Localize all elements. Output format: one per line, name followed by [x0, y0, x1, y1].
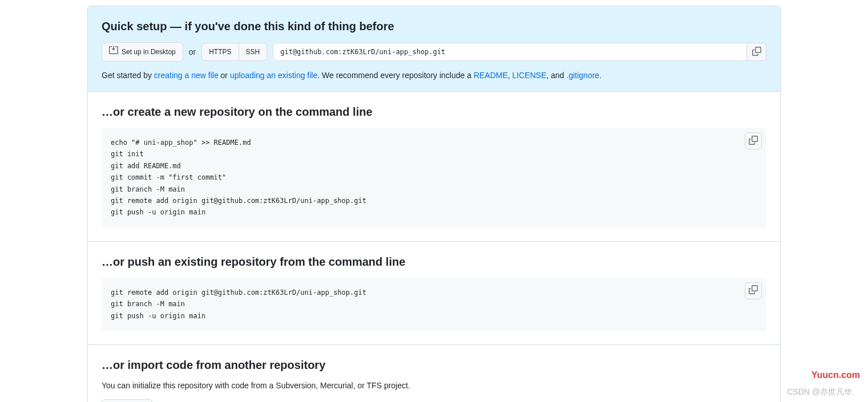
quick-setup-description: Get started by creating a new file or up… [102, 71, 766, 80]
or-text: or [189, 47, 196, 56]
protocol-toggle: HTTPS SSH [201, 43, 267, 61]
copy-push-commands-button[interactable] [745, 282, 762, 299]
create-repo-section: …or create a new repository on the comma… [88, 92, 780, 242]
import-code-description: You can initialize this repository with … [102, 381, 766, 390]
copy-icon [752, 47, 761, 58]
import-code-heading: …or import code from another repository [102, 359, 766, 372]
create-repo-commands[interactable]: echo "# uni-app_shop" >> README.md git i… [111, 137, 757, 218]
watermark-red: Yuucn.com [812, 370, 860, 380]
https-button[interactable]: HTTPS [201, 43, 239, 61]
push-repo-code-block: git remote add origin git@github.com:ztK… [102, 278, 766, 331]
desc-text-comma: , [508, 71, 512, 80]
license-link[interactable]: LICENSE [512, 71, 547, 80]
upload-file-link[interactable]: uploading an existing file [230, 71, 317, 80]
gitignore-link[interactable]: .gitignore [567, 71, 600, 80]
push-repo-heading: …or push an existing repository from the… [102, 255, 766, 269]
import-code-button[interactable]: Import code [102, 399, 152, 402]
setup-toolbar: Set up in Desktop or HTTPS SSH [102, 42, 766, 62]
desc-text-mid2: . We recommend every repository include … [317, 71, 474, 80]
clone-url-group [273, 43, 766, 61]
copy-icon [749, 136, 758, 147]
create-repo-code-block: echo "# uni-app_shop" >> README.md git i… [102, 128, 766, 228]
watermark-gray: CSDN @亦世凡华、 [787, 387, 860, 397]
desc-text-mid1: or [219, 71, 230, 80]
create-file-link[interactable]: creating a new file [154, 71, 219, 80]
clone-url-input[interactable] [273, 43, 747, 61]
readme-link[interactable]: README [474, 71, 508, 80]
desc-text-and: , and [547, 71, 567, 80]
setup-desktop-button[interactable]: Set up in Desktop [102, 42, 183, 62]
quick-setup-heading: Quick setup — if you've done this kind o… [102, 20, 766, 33]
copy-icon [749, 285, 758, 296]
setup-desktop-label: Set up in Desktop [122, 46, 176, 58]
ssh-button[interactable]: SSH [239, 43, 268, 61]
repo-setup-container: Quick setup — if you've done this kind o… [87, 6, 781, 402]
copy-create-commands-button[interactable] [745, 132, 762, 149]
quick-setup-panel: Quick setup — if you've done this kind o… [88, 6, 780, 92]
desktop-download-icon [109, 46, 118, 58]
push-repo-section: …or push an existing repository from the… [88, 242, 780, 345]
create-repo-heading: …or create a new repository on the comma… [102, 105, 766, 119]
desc-text-prefix: Get started by [102, 71, 154, 80]
import-code-section: …or import code from another repository … [88, 345, 780, 402]
push-repo-commands[interactable]: git remote add origin git@github.com:ztK… [111, 287, 757, 322]
desc-text-end: . [599, 71, 601, 80]
copy-url-button[interactable] [747, 43, 766, 61]
